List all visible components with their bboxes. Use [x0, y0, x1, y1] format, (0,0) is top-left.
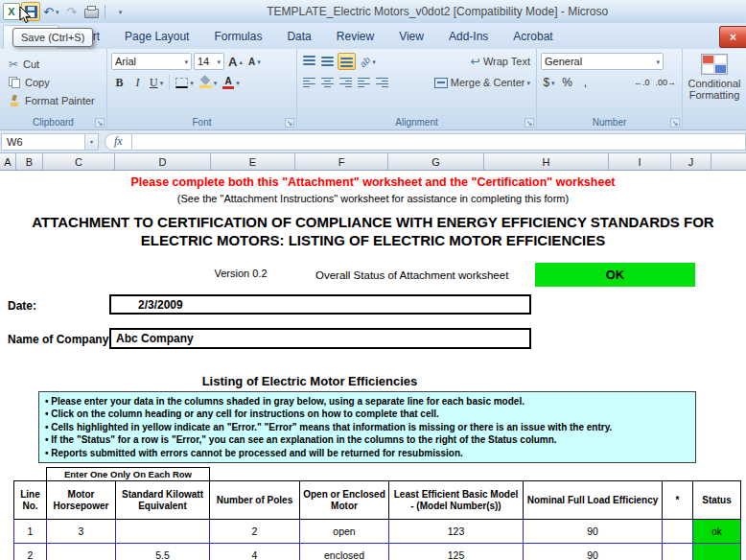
cell-efficiency[interactable]: 90 [524, 520, 663, 544]
font-size-select[interactable]: 14▾ [194, 53, 224, 70]
clipboard-dialog-launcher[interactable]: ↘ [95, 118, 105, 128]
alignment-dialog-launcher[interactable]: ↘ [525, 118, 534, 128]
align-top-button[interactable] [301, 53, 317, 70]
col-header-e[interactable]: E [211, 153, 295, 170]
qat-customize-button[interactable]: ▾ [109, 2, 128, 21]
copy-button[interactable]: Copy [0, 73, 106, 91]
col-header-j[interactable]: J [671, 153, 711, 170]
header-open-enclosed[interactable]: Open or Enclosed Motor [300, 481, 389, 520]
header-status[interactable]: Status [693, 481, 741, 520]
font-color-button[interactable]: A▾ [221, 74, 242, 91]
merge-center-button[interactable]: Merge & Center▾ [432, 74, 532, 91]
cell-kilowatt[interactable]: 5.5 [116, 544, 210, 560]
number-format-select[interactable]: General▾ [541, 53, 664, 70]
redo-button[interactable]: ↷ [61, 2, 81, 21]
currency-format-button[interactable]: $▾ [541, 74, 557, 91]
borders-button[interactable]: ▾ [174, 74, 196, 91]
align-left-button[interactable] [301, 74, 317, 91]
font-dialog-launcher[interactable]: ↘ [285, 118, 294, 128]
orientation-button[interactable]: ab▾ [358, 53, 378, 70]
chevron-up-icon: ▴ [239, 58, 243, 65]
cell-open-enclosed[interactable]: enclosed [300, 544, 389, 560]
font-name-select[interactable]: Arial▾ [111, 53, 192, 70]
col-header-a[interactable]: A [0, 153, 16, 170]
excel-app-icon[interactable]: X [3, 3, 20, 20]
align-right-button[interactable] [338, 74, 354, 91]
close-button[interactable]: × [719, 26, 746, 48]
company-input-cell[interactable]: Abc Company [109, 328, 531, 349]
decrease-decimal-button[interactable]: .00→ [653, 74, 678, 91]
tab-acrobat[interactable]: Acrobat [501, 25, 565, 49]
print-button[interactable] [82, 2, 101, 21]
tab-review[interactable]: Review [324, 25, 386, 49]
tab-formulas[interactable]: Formulas [201, 25, 274, 49]
grow-font-button[interactable]: A▴ [226, 53, 245, 70]
tab-add-ins[interactable]: Add-Ins [436, 25, 501, 49]
name-box-dropdown[interactable]: ▾ [85, 133, 99, 151]
header-standard-kilowatt[interactable]: Standard Kilowatt Equivalent [116, 481, 210, 520]
number-dialog-launcher[interactable]: ↘ [670, 118, 680, 128]
format-painter-button[interactable]: Format Painter [0, 91, 106, 109]
cut-button[interactable]: ✂Cut [0, 55, 106, 73]
undo-button[interactable]: ↶▾ [41, 2, 60, 21]
cell-asterisk[interactable] [663, 520, 693, 544]
chevron-down-icon: ▾ [236, 80, 240, 86]
align-bottom-button[interactable] [338, 53, 356, 70]
header-asterisk[interactable]: * [663, 481, 693, 520]
cell-asterisk[interactable] [663, 544, 693, 560]
col-header-partial[interactable] [711, 153, 746, 170]
underline-button[interactable]: U▾ [148, 74, 165, 91]
cell-line-no[interactable]: 1 [14, 520, 47, 544]
tab-page-layout[interactable]: Page Layout [112, 25, 201, 49]
cell-line-no[interactable]: 2 [14, 544, 47, 560]
name-box[interactable]: W6 [1, 133, 85, 151]
align-center-button[interactable] [319, 74, 336, 91]
cell-horsepower[interactable]: 3 [47, 520, 116, 544]
header-line-no[interactable]: Line No. [14, 481, 47, 520]
insert-function-button[interactable]: fx [105, 133, 132, 151]
percent-format-button[interactable]: % [559, 74, 575, 91]
cell-kilowatt[interactable] [116, 520, 210, 544]
undo-icon: ↶ [43, 6, 54, 18]
bold-button[interactable]: B [111, 74, 128, 91]
col-header-i[interactable]: I [609, 153, 671, 170]
header-least-efficient-model[interactable]: Least Efficient Basic Model - (Model Num… [389, 481, 524, 520]
header-motor-horsepower[interactable]: Motor Horsepower [47, 481, 116, 520]
col-header-h[interactable]: H [484, 153, 609, 170]
header-number-of-poles[interactable]: Number of Poles [210, 481, 300, 520]
cell-model[interactable]: 125 [389, 544, 524, 560]
col-header-g[interactable]: G [388, 153, 484, 170]
col-header-f[interactable]: F [295, 153, 388, 170]
overall-status-cell[interactable]: OK [535, 263, 695, 287]
col-header-c[interactable]: C [43, 153, 115, 170]
shrink-font-button[interactable]: A▾ [246, 53, 263, 70]
italic-button[interactable]: I [129, 74, 146, 91]
formula-input[interactable] [132, 133, 746, 151]
cell-status[interactable]: ok [693, 520, 741, 544]
cell-poles[interactable]: 2 [210, 520, 300, 544]
conditional-formatting-button[interactable]: Conditional Formatting [683, 54, 746, 101]
align-middle-button[interactable] [319, 53, 336, 70]
cell-horsepower[interactable] [47, 544, 116, 560]
date-input-cell[interactable]: 2/3/2009 [109, 294, 531, 315]
cell-poles[interactable]: 4 [210, 544, 300, 560]
increase-indent-button[interactable] [374, 74, 390, 91]
chevron-down-icon: ▾ [190, 80, 194, 86]
wrap-text-button[interactable]: ↩Wrap Text [469, 53, 532, 70]
tab-data[interactable]: Data [274, 25, 323, 49]
col-header-b[interactable]: B [16, 153, 43, 170]
cell-efficiency[interactable]: 90 [524, 544, 663, 560]
header-nominal-efficiency[interactable]: Nominal Full Load Efficiency [524, 481, 663, 520]
format-painter-label: Format Painter [25, 95, 95, 106]
decrease-indent-button[interactable] [356, 74, 372, 91]
cell-open-enclosed[interactable]: open [300, 520, 389, 544]
col-header-d[interactable]: D [115, 153, 211, 170]
comma-format-button[interactable]: , [577, 74, 594, 91]
cell-status[interactable] [693, 544, 741, 560]
cell-model[interactable]: 123 [389, 520, 524, 544]
fill-color-button[interactable]: ▾ [198, 74, 220, 91]
increase-decimal-button[interactable]: ←.0 [632, 74, 652, 91]
chevron-down-icon: ▾ [56, 9, 59, 15]
date-label: Date: [8, 299, 36, 313]
tab-view[interactable]: View [386, 25, 436, 49]
